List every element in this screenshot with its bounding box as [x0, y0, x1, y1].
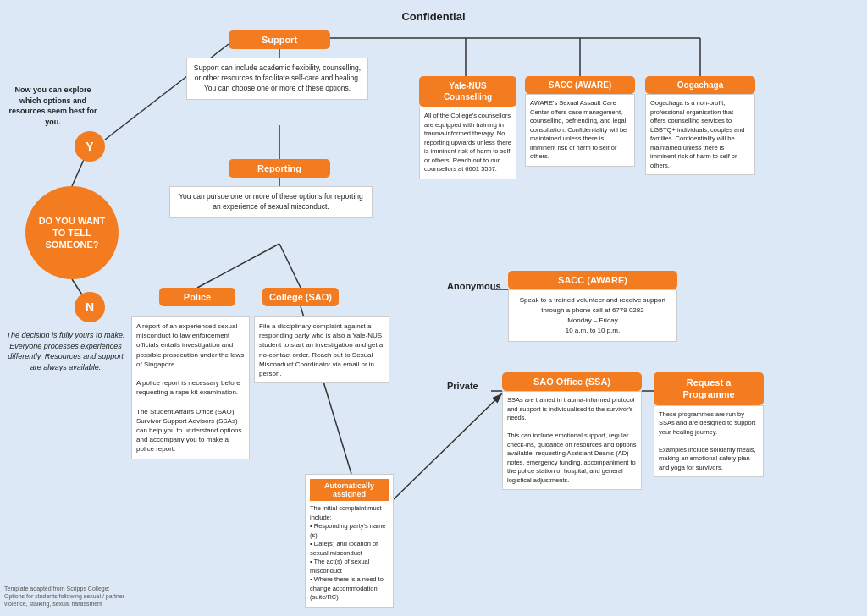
sao-office-box: SAO Office (SSA) SSAs are trained in tra… — [502, 372, 642, 490]
oogachaga-header: Oogachaga — [645, 76, 755, 94]
sacc-anon-header: SACC (AWARE) — [508, 271, 677, 289]
college-description: File a disciplinary complaint against a … — [254, 316, 389, 383]
sacc-anon-box: SACC (AWARE) Speak to a trained voluntee… — [508, 271, 677, 342]
yale-nus-box: Yale-NUS Counselling All of the College'… — [419, 76, 516, 179]
college-header: College (SAO) — [262, 288, 339, 306]
sacc-aware-top-box: SACC (AWARE) AWARE's Sexual Assault Care… — [525, 76, 635, 167]
support-header: Support — [229, 30, 330, 49]
oogachaga-description: Oogachaga is a non-profit, professional … — [645, 94, 755, 175]
n-node: N — [75, 292, 105, 322]
auto-assigned-content: The initial complaint must include: • Re… — [310, 504, 389, 602]
sacc-anon-description: Speak to a trained volunteer and receive… — [508, 289, 677, 342]
request-programme-header: Request a Programme — [654, 372, 764, 405]
sacc-aware-top-description: AWARE's Sexual Assault Care Center offer… — [525, 94, 635, 167]
reporting-description: You can pursue one or more of these opti… — [169, 186, 373, 218]
reporting-header: Reporting — [229, 159, 330, 178]
college-label: College (SAO) — [262, 288, 339, 306]
template-credit: Template adapted from Scripps College: O… — [4, 585, 127, 608]
explore-box: Now you can explore which options and re… — [4, 85, 102, 127]
decision-box: The decision is fully yours to make. Eve… — [4, 330, 127, 372]
police-description: A report of an experienced sexual miscon… — [131, 316, 250, 459]
sao-office-header: SAO Office (SSA) — [502, 372, 642, 391]
support-description: Support can include academic flexibility… — [186, 58, 368, 100]
police-label: Police — [159, 288, 235, 306]
yale-nus-header: Yale-NUS Counselling — [419, 76, 516, 107]
y-node: Y — [75, 131, 105, 162]
anonymous-label: Anonymous — [447, 281, 501, 291]
main-container: Confidential Now you can explore which o… — [0, 0, 867, 616]
support-label: Support — [229, 30, 330, 49]
oogachaga-box: Oogachaga Oogachaga is a non-profit, pro… — [645, 76, 755, 175]
request-programme-box: Request a Programme These programmes are… — [654, 372, 764, 477]
auto-assigned-label: Automatically assigned — [310, 479, 389, 501]
svg-line-5 — [197, 244, 279, 288]
auto-assigned-box: Automatically assigned The initial compl… — [305, 474, 394, 608]
police-desc-text: A report of an experienced sexual miscon… — [136, 322, 244, 453]
main-question-circle: DO YOU WANTTO TELLSOMEONE? — [25, 186, 119, 279]
sao-office-description: SSAs are trained in trauma-informed prot… — [502, 391, 642, 490]
request-programme-description: These programmes are run by SSAs and are… — [654, 405, 764, 478]
svg-line-6 — [279, 244, 301, 288]
confidential-label: Confidential — [401, 10, 465, 23]
yale-nus-description: All of the College's counsellors are equ… — [419, 107, 516, 179]
svg-line-8 — [394, 393, 502, 499]
police-header: Police — [159, 288, 235, 306]
sacc-aware-top-header: SACC (AWARE) — [525, 76, 635, 94]
reporting-label: Reporting — [229, 159, 330, 178]
private-label: Private — [447, 381, 478, 391]
